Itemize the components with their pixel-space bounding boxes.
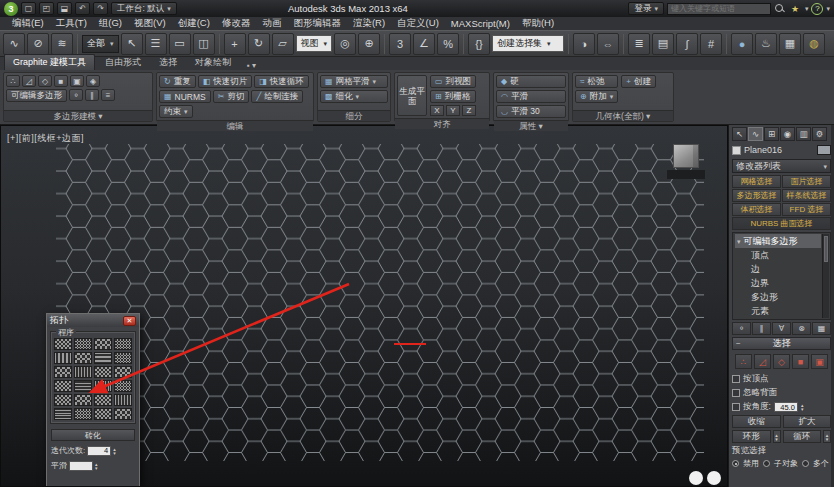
topology-pattern-button[interactable] [114,338,132,350]
repeat-button[interactable]: ↻重复 [159,75,196,88]
topology-pattern-button[interactable] [94,394,112,406]
ribbon-tab-freeform[interactable]: 自由形式 [97,55,149,70]
panel-footer[interactable]: 对齐 [395,118,489,129]
ribbon-tab-object-paint[interactable]: 对象绘制 [187,55,239,70]
panel-footer[interactable]: 几何体(全部) ▾ [573,110,673,121]
menu-group[interactable]: 组(G) [93,17,128,30]
constraints-dropdown[interactable]: 约束▾ [159,105,193,118]
menu-rendering[interactable]: 渲染(R) [347,17,391,30]
topology-pattern-button[interactable] [94,338,112,350]
quickslice-button[interactable]: ◧快速切片 [198,75,253,88]
topology-pattern-button[interactable] [54,408,72,420]
ignore-backfacing-checkbox[interactable] [732,389,740,397]
menu-edit[interactable]: 编辑(E) [6,17,50,30]
mirror-icon[interactable]: ◑ [573,33,595,55]
editable-poly-button[interactable]: 可编辑多边形 [6,89,67,102]
stack-scrollbar[interactable] [822,234,829,318]
object-color-swatch[interactable] [817,145,831,155]
help-icon[interactable]: ? [811,3,823,15]
save-file-icon[interactable]: ⬓ [57,2,72,15]
menu-tools[interactable]: 工具(T) [50,17,93,30]
select-object-icon[interactable]: ↖ [121,33,143,55]
redo-icon[interactable]: ↷ [93,2,108,15]
ribbon-tab-selection[interactable]: 选择 [151,55,185,70]
topology-pattern-button[interactable] [54,338,72,350]
unlink-selection-icon[interactable]: ⊘ [27,33,49,55]
layer-manager-icon[interactable]: ≣ [628,33,650,55]
angle-snap-toggle-icon[interactable]: ∠ [413,33,435,55]
select-and-move-icon[interactable]: + [224,33,246,55]
search-icon[interactable] [774,3,785,14]
align-icon[interactable]: ⇔ [597,33,619,55]
menu-create[interactable]: 创建(C) [172,17,216,30]
vertex-icon[interactable]: ∴ [735,354,752,369]
polygon-mode-icon[interactable]: ■ [54,75,68,87]
spinner-arrows-icon[interactable]: ▴▾ [801,403,804,411]
topology-dialog[interactable]: 拓扑 ✕ 程序 [46,313,140,487]
mesh-select-button[interactable]: 网格选择 [732,175,781,188]
topology-pattern-button[interactable] [54,352,72,364]
shrink-button[interactable]: 收缩 [732,415,781,428]
stack-row-element[interactable]: 元素 [735,304,821,318]
angle-spinner[interactable]: 45.0 [774,402,798,412]
panel-footer[interactable]: 多边形建模 ▾ [4,110,152,121]
topology-pattern-button[interactable] [74,366,92,378]
stack-row-editable-poly[interactable]: ▾ 可编辑多边形 [735,234,821,248]
expand-caret-icon[interactable]: ▾ [737,238,741,245]
selection-filter-combo[interactable]: 全部 ▾ [82,35,119,53]
tessellate-button[interactable]: ▩细化▾ [320,90,388,103]
align-to-view-button[interactable]: ▭到视图 [430,75,476,88]
panel-footer[interactable]: 属性 ▾ [494,120,568,131]
vertex-mode-icon[interactable]: ∴ [6,75,20,87]
reference-coordinate-combo[interactable]: 视图 ▾ [296,35,333,52]
ribbon-tab-graphite[interactable]: Graphite 建模工具 [4,54,95,70]
topology-pattern-button[interactable] [114,380,132,392]
preview-subobject-radio[interactable] [763,460,770,467]
meshsmooth-button[interactable]: ▦网格平滑▾ [320,75,388,88]
topology-pattern-button[interactable] [54,366,72,378]
preview-disable-radio[interactable] [732,460,739,467]
search-input[interactable] [667,3,771,15]
select-by-name-icon[interactable]: ☰ [145,33,167,55]
element-icon[interactable]: ▣ [811,354,828,369]
bind-to-space-warp-icon[interactable]: ≋ [51,33,73,55]
polygon-icon[interactable]: ■ [792,354,809,369]
chevron-down-icon[interactable]: ▾ [252,62,256,70]
attach-button[interactable]: ⊕附加▾ [575,90,618,103]
edit-named-selection-sets-icon[interactable]: {} [468,33,490,55]
align-to-grid-button[interactable]: ⊞到栅格 [430,90,476,103]
axis-x-button[interactable]: X [430,105,444,116]
show-end-result-icon[interactable]: ∥ [752,322,771,335]
draw-connect-button[interactable]: ╱绘制连接 [251,90,303,103]
stack-row-polygon[interactable]: 多边形 [735,290,821,304]
material-editor-icon[interactable]: ● [731,33,753,55]
render-setup-icon[interactable]: ♨ [755,33,777,55]
modifier-stack[interactable]: ▾ 可编辑多边形 顶点 边 边界 多边形 元素 [732,232,831,320]
panel-footer[interactable]: 编辑 [157,120,313,131]
by-vertex-checkbox[interactable] [732,375,740,383]
workspace-selector[interactable]: 工作台: 默认 ▾ [111,2,177,15]
scrollbar-thumb[interactable] [824,236,828,262]
ring-spinner-icon[interactable]: ▴▾ [773,430,781,443]
iterations-spinner[interactable]: 4 [87,446,111,456]
configure-modifier-sets-icon[interactable]: ▦ [812,322,831,335]
menu-graph-editors[interactable]: 图形编辑器 [287,17,347,30]
loop-spinner-icon[interactable]: ▴▾ [823,430,831,443]
patch-select-button[interactable]: 面片选择 [782,175,831,188]
create-button[interactable]: +创建 [621,75,656,88]
topology-pattern-button[interactable] [74,338,92,350]
select-and-rotate-icon[interactable]: ↻ [248,33,270,55]
object-name-field[interactable]: Plane016 [744,145,814,155]
nurms-button[interactable]: ▦NURMS [159,90,211,103]
motion-tab-icon[interactable]: ◉ [780,127,795,141]
rendered-frame-window-icon[interactable]: ▦ [779,33,801,55]
named-selection-sets-combo[interactable]: 创建选择集 ▾ [492,35,564,52]
topology-pattern-button[interactable] [94,366,112,378]
app-logo-icon[interactable]: 3 [4,2,18,16]
swiftloop-button[interactable]: ◨快速循环 [254,75,309,88]
ring-button[interactable]: 环形 [732,430,771,443]
menu-maxscript[interactable]: MAXScript(M) [445,18,516,29]
collapse-stack-icon[interactable]: ≡ [101,89,115,101]
topology-pattern-button[interactable] [74,380,92,392]
utilities-tab-icon[interactable]: ⚙ [812,127,827,141]
